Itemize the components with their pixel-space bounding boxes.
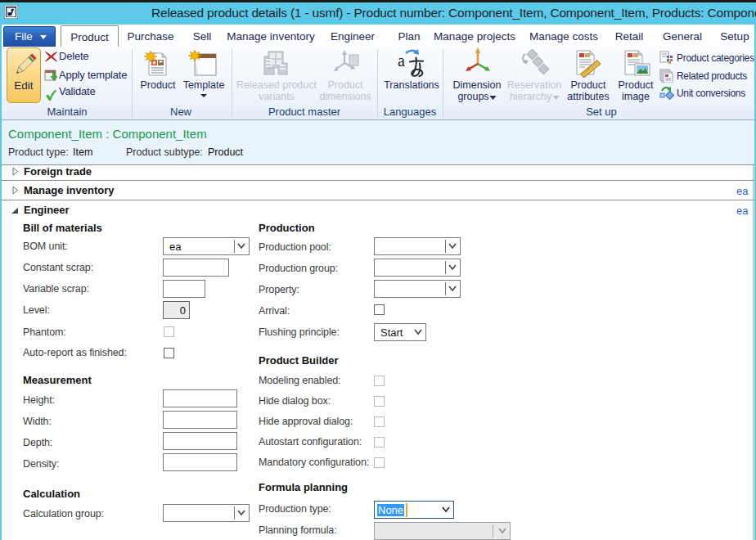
svg-text:a: a [398,52,405,70]
